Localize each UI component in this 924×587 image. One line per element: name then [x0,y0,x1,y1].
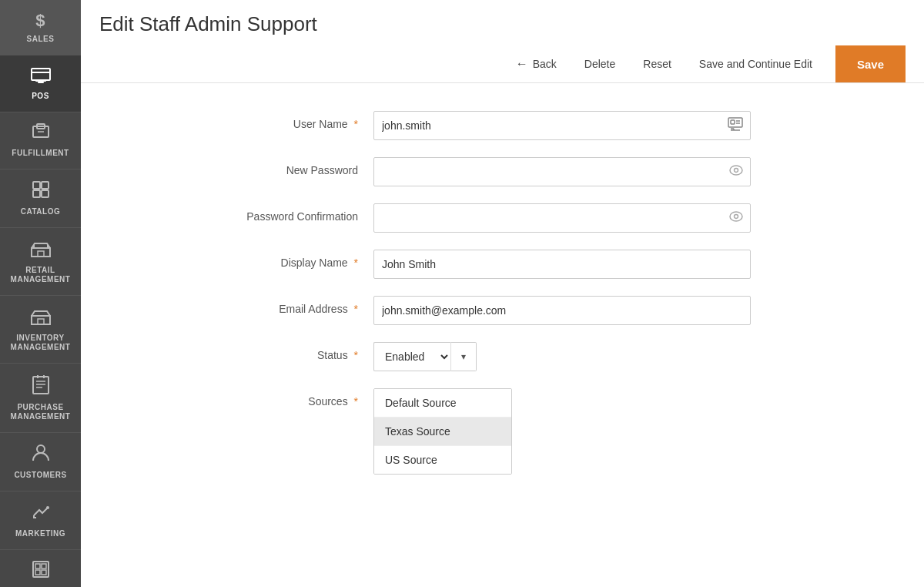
sidebar-label-catalog: CATALOG [21,207,60,216]
back-arrow-icon: ← [516,57,528,71]
newpassword-label: New Password [204,157,373,176]
sidebar-label-fulfillment: FULFILLMENT [12,149,69,158]
sidebar-label-purchase: PURCHASEMANAGEMENT [11,403,71,421]
newpassword-row: New Password [204,157,878,186]
toolbar: ← Back Delete Reset Save and Continue Ed… [99,45,906,82]
status-wrapper: Enabled Disabled ▾ [373,342,477,371]
svg-point-20 [46,506,49,509]
save-label: Save [857,58,884,71]
svg-rect-23 [42,564,46,569]
svg-rect-14 [38,319,44,324]
username-label: User Name * [204,111,373,130]
retail-icon [31,239,51,262]
sources-list: Default Source Texas Source US Source [373,388,512,475]
save-continue-button[interactable]: Save and Continue Edit [685,49,826,79]
svg-rect-0 [32,69,50,80]
fulfillment-icon [31,123,51,145]
svg-rect-15 [33,377,49,394]
save-continue-label: Save and Continue Edit [699,58,812,70]
sidebar-label-inventory: INVENTORYMANAGEMENT [11,334,71,352]
svg-rect-25 [42,570,46,575]
username-input-wrapper [373,111,751,140]
sidebar-item-retail[interactable]: RETAILMANAGEMENT [0,228,81,296]
displayname-input-wrapper [373,250,751,279]
svg-point-19 [37,445,45,453]
svg-rect-11 [32,248,50,257]
content-icon [32,561,49,582]
sidebar-item-inventory[interactable]: INVENTORYMANAGEMENT [0,296,81,364]
source-item-us[interactable]: US Source [374,446,511,474]
sidebar-label-pos: POS [32,92,49,101]
header: Edit Staff Admin Support ← Back Delete R… [81,0,924,83]
customers-icon [32,444,50,467]
status-required: * [354,349,358,361]
inventory-icon [31,307,51,330]
back-label: Back [533,58,557,70]
email-input[interactable] [373,296,751,325]
newpassword-input-wrapper [373,157,751,186]
main-content: Edit Staff Admin Support ← Back Delete R… [81,0,924,587]
save-button[interactable]: Save [835,45,906,82]
purchase-icon [32,374,49,399]
marketing-icon [32,502,50,525]
sidebar-item-catalog[interactable]: CATALOG [0,169,81,228]
status-dropdown-button[interactable]: ▾ [450,342,477,371]
catalog-icon [32,180,50,203]
svg-rect-22 [35,564,40,569]
sources-required: * [354,395,358,408]
svg-rect-9 [33,190,40,197]
email-required: * [354,303,358,315]
sidebar-item-fulfillment[interactable]: FULFILLMENT [0,112,81,169]
sales-icon: $ [35,11,45,31]
status-label: Status * [204,342,373,361]
sources-row: Sources * Default Source Texas Source US… [204,388,878,475]
username-row: User Name * [204,111,878,140]
displayname-required: * [354,257,358,269]
svg-rect-13 [32,316,50,324]
newpassword-input[interactable] [373,157,751,186]
passwordconfirm-input[interactable] [373,203,751,233]
svg-rect-10 [42,190,49,197]
sidebar-label-retail: RETAILMANAGEMENT [11,266,71,284]
pos-icon [31,66,51,88]
svg-rect-8 [42,182,49,189]
delete-button[interactable]: Delete [571,49,629,79]
svg-rect-24 [35,570,40,575]
sidebar-item-sales[interactable]: $ SALES [0,0,81,55]
email-label: Email Address * [204,296,373,315]
displayname-row: Display Name * [204,250,878,279]
displayname-label: Display Name * [204,250,373,269]
sidebar: $ SALES POS FULFILLMENT [0,0,81,587]
sidebar-label-customers: CUSTOMERS [14,471,66,480]
username-input[interactable] [373,111,751,140]
sidebar-label-sales: SALES [27,35,55,44]
sidebar-label-marketing: MARKETING [15,529,65,538]
reset-button[interactable]: Reset [629,49,685,79]
form-area: User Name * New Password [81,83,924,587]
back-button[interactable]: ← Back [502,48,571,80]
sidebar-item-purchase[interactable]: PURCHASEMANAGEMENT [0,364,81,433]
sources-label: Sources * [204,388,373,408]
status-row: Status * Enabled Disabled ▾ [204,342,878,371]
svg-rect-12 [38,251,44,257]
status-select[interactable]: Enabled Disabled [373,342,450,371]
dropdown-arrow-icon: ▾ [461,351,466,362]
reset-label: Reset [643,58,671,70]
email-input-wrapper [373,296,751,325]
svg-rect-7 [33,182,40,189]
sidebar-item-pos[interactable]: POS [0,55,81,112]
passwordconfirm-row: Password Confirmation [204,203,878,233]
delete-label: Delete [584,58,615,70]
sidebar-item-marketing[interactable]: MARKETING [0,491,81,550]
page-title: Edit Staff Admin Support [99,12,906,36]
sidebar-item-content[interactable]: CONTENT [0,550,81,587]
username-required: * [354,118,358,130]
source-item-default[interactable]: Default Source [374,389,511,418]
passwordconfirm-input-wrapper [373,203,751,233]
email-row: Email Address * [204,296,878,325]
source-item-texas[interactable]: Texas Source [374,418,511,446]
svg-rect-2 [35,80,46,82]
sidebar-item-customers[interactable]: CUSTOMERS [0,433,81,491]
passwordconfirm-label: Password Confirmation [204,203,373,223]
displayname-input[interactable] [373,250,751,279]
